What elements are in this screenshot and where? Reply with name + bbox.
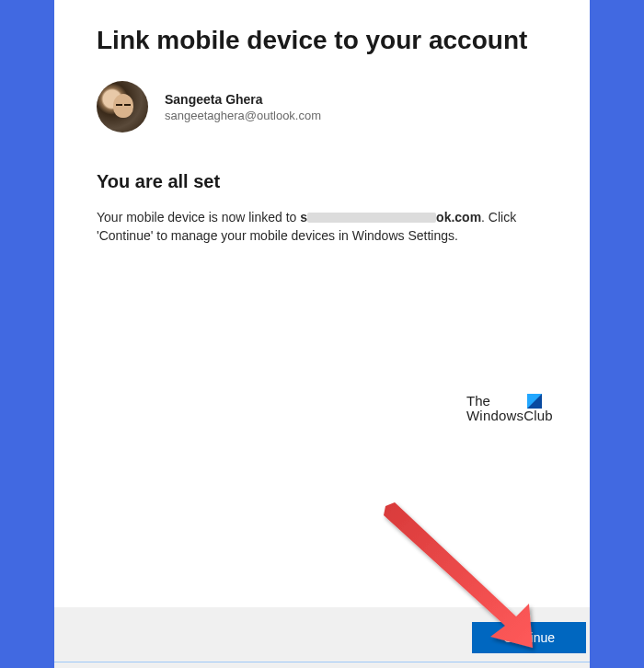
watermark: The WindowsClub: [463, 392, 557, 427]
status-body: Your mobile device is now linked to sok.…: [97, 209, 529, 245]
dialog-window: Link mobile device to your account Sange…: [54, 0, 590, 668]
user-name: Sangeeta Ghera: [165, 92, 321, 107]
status-heading: You are all set: [97, 171, 547, 192]
status-body-prefix: Your mobile device is now linked to: [97, 210, 300, 225]
dialog-footer: Continue: [54, 607, 590, 668]
linked-email-end: ok.com: [436, 210, 481, 225]
avatar: [97, 81, 148, 132]
linked-email-start: s: [300, 210, 307, 225]
windowsclub-logo-icon: [527, 394, 542, 409]
watermark-line2: WindowsClub: [466, 409, 553, 423]
redacted-segment: [307, 213, 436, 223]
dialog-content: Link mobile device to your account Sange…: [54, 0, 590, 607]
user-info: Sangeeta Ghera sangeetaghera@outlook.com: [165, 92, 321, 122]
page-title: Link mobile device to your account: [97, 26, 547, 55]
user-email: sangeetaghera@outlook.com: [165, 109, 321, 122]
continue-button[interactable]: Continue: [472, 622, 586, 653]
user-row: Sangeeta Ghera sangeetaghera@outlook.com: [97, 81, 547, 132]
watermark-line1: The: [466, 394, 490, 409]
